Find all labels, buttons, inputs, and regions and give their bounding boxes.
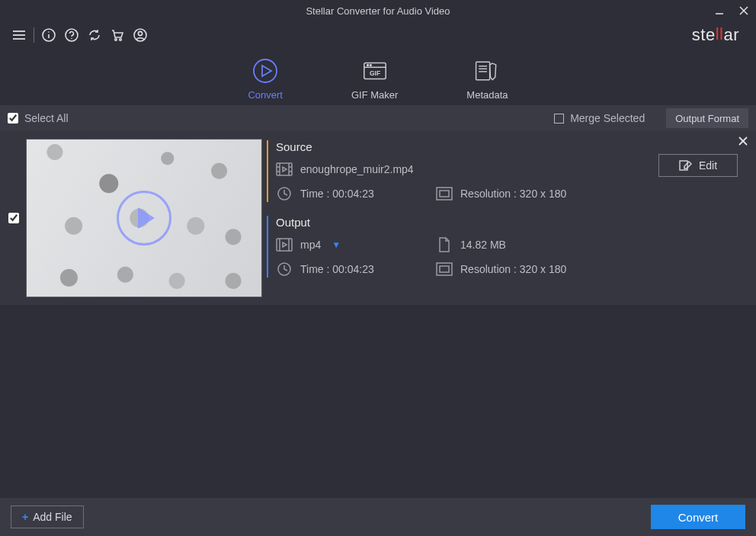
svg-point-15	[254, 59, 277, 82]
source-resolution: Resolution : 320 x 180	[460, 188, 566, 200]
output-time: Time : 00:04:23	[300, 263, 374, 275]
separator	[34, 27, 34, 43]
caret-down-icon: ▼	[332, 239, 341, 250]
brand-red: ll	[716, 24, 724, 44]
window-controls	[707, 0, 756, 21]
svg-rect-22	[476, 62, 490, 79]
source-heading: Source	[276, 140, 748, 153]
mode-convert-label: Convert	[248, 89, 283, 101]
convert-button[interactable]: Convert	[651, 505, 745, 529]
merge-selected-checkbox[interactable]: Merge Selected	[554, 112, 645, 124]
add-file-label: Add File	[33, 511, 72, 523]
brand-logo: stellar	[692, 25, 748, 45]
account-icon[interactable]	[129, 24, 152, 47]
mode-gif-maker[interactable]: GIF GIF Maker	[351, 57, 398, 101]
add-file-button[interactable]: + Add File	[11, 506, 84, 528]
play-icon	[117, 191, 171, 246]
select-row: Select All Merge Selected Output Format	[0, 105, 756, 131]
svg-rect-33	[440, 191, 449, 197]
metadata-icon	[473, 57, 501, 85]
mode-convert[interactable]: Convert	[248, 57, 283, 101]
mode-metadata-label: Metadata	[466, 89, 508, 101]
film-icon	[276, 161, 293, 178]
mode-metadata[interactable]: Metadata	[466, 57, 508, 101]
hamburger-menu-icon[interactable]	[8, 24, 30, 47]
svg-rect-32	[437, 188, 452, 200]
minimize-button[interactable]	[707, 0, 732, 21]
file-item-checkbox[interactable]	[8, 213, 19, 223]
svg-point-10	[71, 38, 72, 40]
resolution-icon	[436, 185, 453, 202]
files-area: Source enoughrope_muir2.mp4 Time : 00:04…	[0, 131, 756, 311]
toolbar: stellar	[0, 21, 756, 49]
brand-part1: ste	[692, 25, 716, 45]
svg-point-20	[370, 64, 371, 66]
edit-button-label: Edit	[699, 159, 717, 172]
output-format-value: mp4	[300, 239, 321, 251]
info-icon[interactable]	[37, 24, 60, 47]
clock-icon	[276, 185, 293, 202]
select-all-checkbox[interactable]: Select All	[8, 112, 69, 124]
svg-marker-30	[283, 167, 287, 172]
update-icon[interactable]	[83, 24, 106, 47]
svg-rect-23	[277, 163, 292, 175]
output-resolution: Resolution : 320 x 180	[460, 263, 566, 275]
svg-point-11	[115, 39, 117, 41]
video-thumbnail[interactable]	[26, 139, 262, 297]
file-icon	[436, 236, 453, 253]
help-icon[interactable]	[60, 24, 83, 47]
gif-icon: GIF	[361, 57, 389, 85]
source-time: Time : 00:04:23	[300, 188, 374, 200]
select-all-label: Select All	[24, 112, 69, 124]
svg-point-8	[48, 31, 50, 33]
svg-rect-40	[440, 266, 449, 272]
titlebar: Stellar Converter for Audio Video	[0, 0, 756, 21]
select-all-input[interactable]	[8, 113, 18, 124]
svg-point-12	[120, 39, 122, 41]
svg-marker-16	[262, 66, 271, 76]
svg-rect-34	[277, 239, 292, 251]
remove-file-button[interactable]	[738, 136, 748, 146]
convert-icon	[251, 57, 279, 85]
svg-point-19	[367, 64, 368, 66]
source-filename: enoughrope_muir2.mp4	[300, 163, 414, 175]
merge-selected-label: Merge Selected	[570, 112, 645, 124]
window-title: Stellar Converter for Audio Video	[306, 5, 450, 17]
file-item-checkbox-wrap	[5, 213, 23, 223]
film-icon	[276, 236, 293, 253]
output-heading: Output	[276, 216, 748, 229]
edit-button[interactable]: Edit	[658, 154, 738, 177]
svg-rect-39	[437, 263, 452, 275]
resolution-icon	[436, 261, 453, 278]
output-section: Output mp4 ▼	[267, 216, 748, 278]
file-item: Source enoughrope_muir2.mp4 Time : 00:04…	[0, 131, 756, 305]
output-format-dropdown[interactable]: mp4 ▼	[300, 239, 341, 251]
mode-tabs: Convert GIF GIF Maker Metadata	[0, 49, 756, 105]
cart-icon[interactable]	[106, 24, 129, 47]
clock-icon	[276, 261, 293, 278]
svg-text:GIF: GIF	[370, 69, 380, 77]
svg-marker-37	[283, 242, 287, 247]
footer: + Add File Convert	[0, 498, 756, 536]
close-button[interactable]	[732, 0, 756, 21]
brand-part2: ar	[723, 25, 739, 45]
output-size: 14.82 MB	[460, 239, 506, 251]
mode-gif-label: GIF Maker	[351, 89, 398, 101]
plus-icon: +	[22, 511, 28, 523]
divider	[0, 305, 756, 311]
svg-point-14	[138, 31, 142, 35]
merge-selected-input[interactable]	[554, 114, 564, 124]
output-format-button[interactable]: Output Format	[666, 108, 748, 128]
